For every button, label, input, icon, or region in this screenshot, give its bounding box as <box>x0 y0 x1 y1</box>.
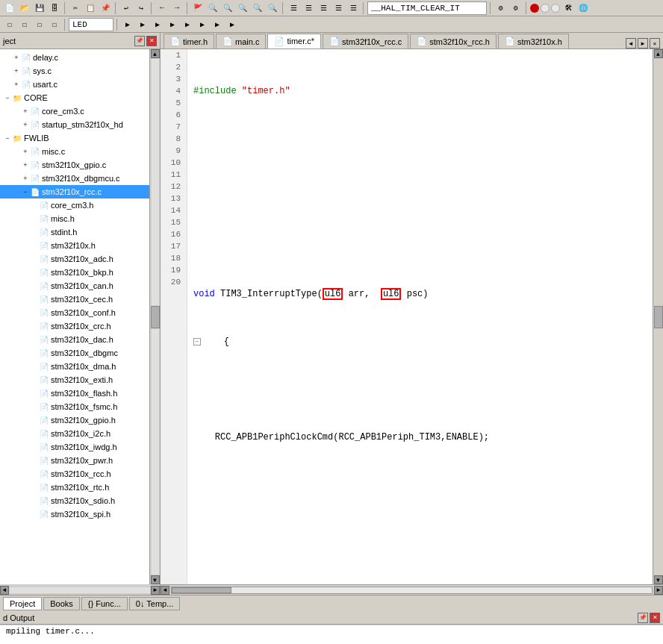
tree-item-conf-h[interactable]: 📄 stm32f10x_conf.h <box>0 306 149 319</box>
find3-icon[interactable]: 🔍 <box>236 1 249 15</box>
run5-icon[interactable]: ▶ <box>181 18 194 31</box>
tree-item-rcc-c[interactable]: − 📄 stm32f10x_rcc.c <box>0 185 149 198</box>
run2-icon[interactable]: ▶ <box>136 18 149 31</box>
panel-close-button[interactable]: ✕ <box>146 36 157 46</box>
editor-hscrollbar[interactable]: ◄ ► <box>161 584 663 595</box>
tree-hscrollbar[interactable]: ◄ ► <box>0 584 160 595</box>
tabs-scroll-left-btn[interactable]: ◄ <box>626 38 636 49</box>
panel-pin-button[interactable]: 📌 <box>134 36 145 46</box>
tree-item-dbgmc-h[interactable]: 📄 stm32f10x_dbgmc <box>0 346 149 360</box>
list1-icon[interactable]: ☰ <box>287 1 300 15</box>
code-content[interactable]: #include "timer.h" void TIM3_InterruptTy… <box>187 49 653 584</box>
list5-icon[interactable]: ☰ <box>346 1 360 15</box>
new-file-icon[interactable]: 📄 <box>3 1 16 15</box>
tree-item-core-cm3-h[interactable]: 📄 core_cm3.h <box>0 198 149 212</box>
config2-icon[interactable]: ⚙ <box>509 1 523 15</box>
tab-rcc-c[interactable]: 📄 stm32f10x_rcc.c <box>323 34 408 49</box>
tree-item-iwdg-h[interactable]: 📄 stm32f10x_iwdg.h <box>0 440 149 454</box>
save-all-icon[interactable]: 🗄 <box>48 1 61 15</box>
tree-item-dac-h[interactable]: 📄 stm32f10x_dac.h <box>0 333 149 346</box>
hscroll-right[interactable]: ► <box>654 586 663 595</box>
tree-item-misc-c[interactable]: + 📄 misc.c <box>0 145 149 158</box>
tree-item-adc-h[interactable]: 📄 stm32f10x_adc.h <box>0 252 149 266</box>
project-dropdown[interactable]: __HAL_TIM_CLEAR_IT <box>367 1 487 15</box>
run4-icon[interactable]: ▶ <box>166 18 179 31</box>
redo-icon[interactable]: ↪ <box>134 1 148 15</box>
bottom-tab-project[interactable]: Project <box>3 597 42 610</box>
tree-item-spi-h[interactable]: 📄 stm32f10x_spi.h <box>0 507 149 521</box>
target-icon[interactable] <box>530 4 539 13</box>
editor-vscrollbar[interactable]: ▲ ▼ <box>653 49 663 584</box>
run6-icon[interactable]: ▶ <box>196 18 209 31</box>
editor-scroll-down[interactable]: ▼ <box>654 575 663 584</box>
tree-item-misc-h[interactable]: 📄 misc.h <box>0 212 149 225</box>
check3-icon[interactable]: ☐ <box>33 18 46 31</box>
tab-rcc-h[interactable]: 📄 stm32f10x_rcc.h <box>410 34 497 49</box>
list2-icon[interactable]: ☰ <box>302 1 315 15</box>
build-close-btn[interactable]: ✕ <box>650 613 660 623</box>
bottom-tab-func[interactable]: {} Func... <box>81 597 128 610</box>
paste-icon[interactable]: 📌 <box>99 1 112 15</box>
hscroll-left[interactable]: ◄ <box>161 586 169 595</box>
config1-icon[interactable]: ⚙ <box>494 1 508 15</box>
copy-icon[interactable]: 📋 <box>84 1 97 15</box>
tab-stm32f10x-h[interactable]: 📄 stm32f10x.h <box>498 34 569 49</box>
tree-item-can-h[interactable]: 📄 stm32f10x_can.h <box>0 279 149 293</box>
tree-item-sdio-h[interactable]: 📄 stm32f10x_sdio.h <box>0 494 149 507</box>
back-icon[interactable]: ← <box>155 1 169 15</box>
run3-icon[interactable]: ▶ <box>151 18 164 31</box>
tree-item-sys-c[interactable]: + 📄 sys.c <box>0 64 149 78</box>
tree-item-usart-c[interactable]: + 📄 usart.c <box>0 78 149 91</box>
tree-item-cec-h[interactable]: 📄 stm32f10x_cec.h <box>0 293 149 306</box>
tree-item-exti-h[interactable]: 📄 stm32f10x_exti.h <box>0 373 149 387</box>
tree-item-stdint-h[interactable]: 📄 stdint.h <box>0 225 149 239</box>
tree-item-i2c-h[interactable]: 📄 stm32f10x_i2c.h <box>0 427 149 440</box>
build-pin-btn[interactable]: 📌 <box>638 613 648 623</box>
code-fold-icon[interactable]: − <box>193 338 201 346</box>
open-icon[interactable]: 📂 <box>18 1 31 15</box>
tree-item-flash-h[interactable]: 📄 stm32f10x_flash.h <box>0 387 149 400</box>
cut-icon[interactable]: ✂ <box>69 1 82 15</box>
run7-icon[interactable]: ▶ <box>211 18 224 31</box>
tab-timer-c[interactable]: 📄 timer.c* <box>267 34 321 49</box>
tree-item-fsmc-h[interactable]: 📄 stm32f10x_fsmc.h <box>0 400 149 413</box>
tree-item-crc-h[interactable]: 📄 stm32f10x_crc.h <box>0 319 149 333</box>
tree-item-dbgmcu-c[interactable]: + 📄 stm32f10x_dbgmcu.c <box>0 172 149 185</box>
check1-icon[interactable]: ☐ <box>3 18 16 31</box>
find5-icon[interactable]: 🔍 <box>266 1 279 15</box>
tree-item-pwr-h[interactable]: 📄 stm32f10x_pwr.h <box>0 454 149 467</box>
scroll-up-btn[interactable]: ▲ <box>151 49 160 58</box>
tree-vscrollbar[interactable]: ▲ ▼ <box>149 49 160 584</box>
tree-item-gpio-h[interactable]: 📄 stm32f10x_gpio.h <box>0 413 149 427</box>
tree-item-rtc-h[interactable]: 📄 stm32f10x_rtc.h <box>0 481 149 494</box>
undo-icon[interactable]: ↩ <box>119 1 133 15</box>
editor-scroll-thumb[interactable] <box>654 306 663 328</box>
tree-item-core-folder[interactable]: − 📁 CORE <box>0 91 149 104</box>
hscroll-left-btn[interactable]: ◄ <box>0 586 9 595</box>
bottom-tab-books[interactable]: Books <box>43 597 80 610</box>
scroll-thumb[interactable] <box>151 306 160 328</box>
find4-icon[interactable]: 🔍 <box>251 1 264 15</box>
forward-icon[interactable]: → <box>170 1 184 15</box>
tree-item-startup[interactable]: + 📄 startup_stm32f10x_hd <box>0 118 149 131</box>
tree-item-rcc-h[interactable]: 📄 stm32f10x_rcc.h <box>0 467 149 481</box>
bottom-tab-temp[interactable]: 0↓ Temp... <box>129 597 181 610</box>
tree-item-stm32f10x-h[interactable]: 📄 stm32f10x.h <box>0 239 149 252</box>
hscroll-right-btn[interactable]: ► <box>151 586 160 595</box>
help-icon[interactable]: 🌐 <box>576 1 590 15</box>
run8-icon[interactable]: ▶ <box>225 18 239 31</box>
hscroll-thumb[interactable] <box>172 587 231 593</box>
tree-item-fwlib-folder[interactable]: − 📁 FWLIB <box>0 131 149 145</box>
save-icon[interactable]: 💾 <box>33 1 46 15</box>
list4-icon[interactable]: ☰ <box>332 1 345 15</box>
tree-item-dma-h[interactable]: 📄 stm32f10x_dma.h <box>0 360 149 373</box>
editor-scroll-up[interactable]: ▲ <box>654 49 663 58</box>
tab-main-c[interactable]: 📄 main.c <box>216 34 266 49</box>
tab-timer-h[interactable]: 📄 timer.h <box>164 34 214 49</box>
find2-icon[interactable]: 🔍 <box>221 1 234 15</box>
tools-icon[interactable]: 🛠 <box>561 1 575 15</box>
find-icon[interactable]: 🔍 <box>206 1 220 15</box>
tabs-close-all-btn[interactable]: ✕ <box>650 38 660 49</box>
bookmark-icon[interactable]: 🚩 <box>191 1 205 15</box>
tree-item-core-cm3-c[interactable]: + 📄 core_cm3.c <box>0 104 149 118</box>
